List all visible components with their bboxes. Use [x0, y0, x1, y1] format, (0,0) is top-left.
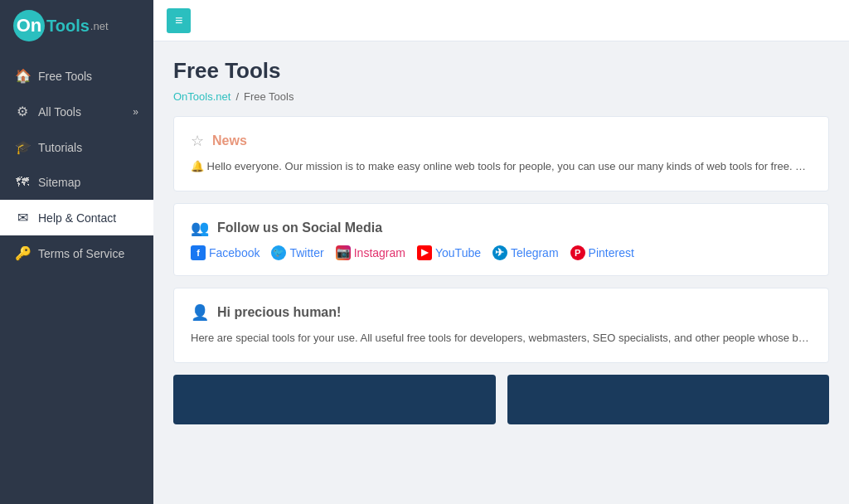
- human-text: Here are special tools for your use. All…: [191, 330, 812, 347]
- telegram-icon: ✈: [492, 245, 507, 260]
- menu-button[interactable]: ≡: [167, 8, 191, 33]
- news-card: ☆ News 🔔 Hello everyone. Our mission is …: [173, 116, 829, 191]
- sidebar-item-sitemap[interactable]: 🗺 Sitemap: [0, 165, 153, 200]
- sidebar-item-label: Terms of Service: [38, 247, 124, 260]
- youtube-icon: ▶: [417, 245, 432, 260]
- bottom-cards: [173, 375, 829, 424]
- sitemap-icon: 🗺: [15, 175, 30, 190]
- twitter-link[interactable]: 🐦 Twitter: [271, 245, 323, 260]
- top-bar: ≡: [153, 0, 849, 41]
- sidebar-nav: 🏠 Free Tools ⚙ All Tools » 🎓 Tutorials 🗺…: [0, 51, 153, 504]
- page-title: Free Tools: [173, 58, 829, 84]
- star-icon: ☆: [191, 132, 204, 150]
- sidebar-item-all-tools[interactable]: ⚙ All Tools »: [0, 94, 153, 129]
- logo-on-text: On: [17, 15, 42, 36]
- settings-icon: ⚙: [15, 104, 30, 119]
- facebook-icon: f: [191, 245, 206, 260]
- social-links: f Facebook 🐦 Twitter 📷 Instagram ▶ YouTu…: [191, 245, 812, 260]
- twitter-icon: 🐦: [271, 245, 286, 260]
- instagram-link[interactable]: 📷 Instagram: [336, 245, 405, 260]
- sidebar-item-help-contact[interactable]: ✉ Help & Contact: [0, 200, 153, 235]
- sidebar-item-label: Sitemap: [38, 176, 80, 189]
- logo-tools-text: Tools: [46, 17, 90, 36]
- human-card: 👤 Hi precious human! Here are special to…: [173, 288, 829, 363]
- human-card-header: 👤 Hi precious human!: [191, 303, 812, 322]
- logo-net-text: .net: [90, 20, 109, 32]
- sidebar-item-label: Free Tools: [38, 70, 92, 83]
- sidebar: On Tools .net 🏠 Free Tools ⚙ All Tools »…: [0, 0, 153, 504]
- social-card-header: 👥 Follow us on Social Media: [191, 219, 812, 237]
- sidebar-item-terms[interactable]: 🔑 Terms of Service: [0, 235, 153, 271]
- youtube-label: YouTube: [435, 246, 481, 259]
- breadcrumb-link[interactable]: OnTools.net: [173, 90, 230, 103]
- content: Free Tools OnTools.net / Free Tools ☆ Ne…: [153, 41, 849, 504]
- news-text: 🔔 Hello everyone. Our mission is to make…: [191, 158, 812, 176]
- facebook-label: Facebook: [209, 246, 260, 259]
- news-card-header: ☆ News: [191, 132, 812, 150]
- logo: On Tools .net: [0, 0, 153, 51]
- social-title: Follow us on Social Media: [217, 220, 382, 235]
- sidebar-item-label: Help & Contact: [38, 211, 116, 225]
- arrow-icon: »: [133, 106, 138, 118]
- key-icon: 🔑: [15, 245, 30, 261]
- home-icon: 🏠: [15, 68, 30, 84]
- breadcrumb-separator: /: [235, 90, 239, 103]
- facebook-link[interactable]: f Facebook: [191, 245, 260, 260]
- telegram-link[interactable]: ✈ Telegram: [492, 245, 559, 260]
- twitter-label: Twitter: [289, 246, 323, 259]
- pinterest-icon: P: [570, 245, 585, 260]
- social-card: 👥 Follow us on Social Media f Facebook 🐦…: [173, 203, 829, 276]
- breadcrumb-current: Free Tools: [244, 90, 294, 103]
- youtube-link[interactable]: ▶ YouTube: [417, 245, 481, 260]
- person-icon: 👤: [191, 303, 209, 322]
- sidebar-item-free-tools[interactable]: 🏠 Free Tools: [0, 58, 153, 94]
- instagram-icon: 📷: [336, 245, 351, 260]
- breadcrumb: OnTools.net / Free Tools: [173, 90, 829, 103]
- bottom-card-left: [173, 375, 496, 424]
- people-icon: 👥: [191, 219, 209, 237]
- telegram-label: Telegram: [511, 246, 559, 259]
- sidebar-item-tutorials[interactable]: 🎓 Tutorials: [0, 129, 153, 165]
- bottom-card-right: [507, 375, 830, 424]
- human-title: Hi precious human!: [217, 305, 341, 320]
- logo-circle: On: [13, 10, 45, 41]
- mail-icon: ✉: [15, 210, 30, 225]
- main-area: ≡ Free Tools OnTools.net / Free Tools ☆ …: [153, 0, 849, 504]
- sidebar-item-label: All Tools: [38, 105, 81, 119]
- instagram-label: Instagram: [354, 246, 405, 259]
- pinterest-link[interactable]: P Pinterest: [570, 245, 634, 260]
- tutorial-icon: 🎓: [15, 139, 30, 155]
- sidebar-item-label: Tutorials: [38, 141, 82, 154]
- news-title: News: [212, 133, 247, 148]
- pinterest-label: Pinterest: [589, 246, 634, 259]
